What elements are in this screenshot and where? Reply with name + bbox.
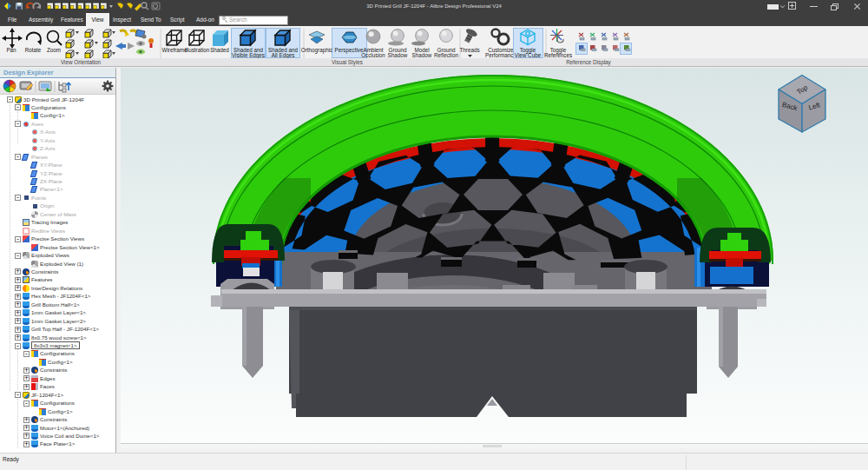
svg-text:All Edges: All Edges [272,52,295,58]
svg-text:Shaded: Shaded [210,47,229,53]
svg-text:View Cube: View Cube [515,52,542,58]
svg-text:Performance: Performance [485,52,517,58]
svg-text:Wireframe: Wireframe [161,47,187,53]
svg-text:Illustration: Illustration [185,47,210,53]
svg-text:Reflection: Reflection [434,52,458,58]
svg-text:Visible Edges: Visible Edges [232,52,265,58]
svg-text:Shadow: Shadow [412,52,432,58]
svg-text:Shadow: Shadow [388,52,408,58]
svg-text:References: References [544,52,572,58]
svg-text:Orthographic: Orthographic [301,47,332,54]
svg-text:Threads: Threads [459,47,479,53]
svg-text:Pan: Pan [6,47,16,53]
svg-text:Rotate: Rotate [25,47,42,53]
svg-text:Perspective: Perspective [335,47,364,54]
svg-text:Zoom: Zoom [47,47,61,53]
svg-text:Occlusion: Occlusion [361,52,385,58]
